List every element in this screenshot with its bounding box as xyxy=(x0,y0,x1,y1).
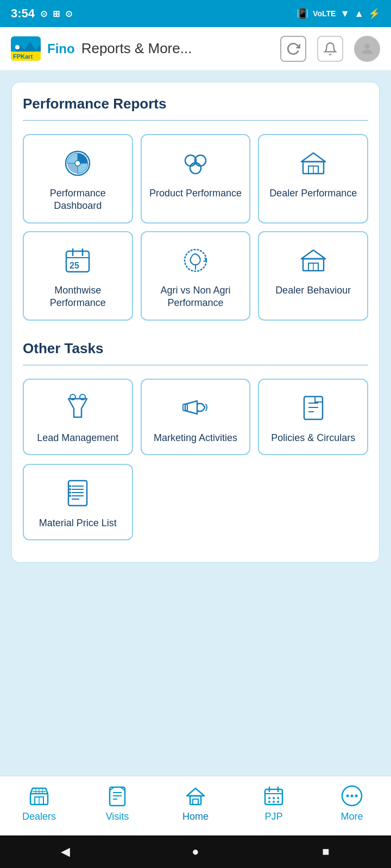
material-price-list-card[interactable]: Material Price List xyxy=(23,464,133,540)
battery-icon: ⚡ xyxy=(368,8,380,20)
app-logo: FPKart xyxy=(11,36,41,61)
more-label: More xyxy=(340,811,363,822)
nav-dealers[interactable]: Dealers xyxy=(7,784,72,822)
svg-point-6 xyxy=(75,161,80,166)
agri-non-agri-label: Agri vs Non Agri Performance xyxy=(147,284,244,310)
product-performance-icon xyxy=(179,147,212,180)
status-icon-3: ⊙ xyxy=(65,9,72,19)
nav-home[interactable]: Home xyxy=(163,784,228,822)
visits-label: Visits xyxy=(106,811,129,822)
marketing-activities-label: Marketing Activities xyxy=(154,432,237,444)
user-avatar[interactable] xyxy=(354,36,380,62)
visits-icon xyxy=(105,784,129,808)
policies-circulars-card[interactable]: Policies & Circulars xyxy=(258,379,368,455)
status-icons-right: 📳 VoLTE ▼ ▲ ⚡ xyxy=(297,8,380,20)
marketing-activities-card[interactable]: Marketing Activities xyxy=(141,379,251,455)
other-tasks-grid-row1: Lead Management Marketin xyxy=(23,379,368,455)
section-divider-1 xyxy=(23,120,368,121)
svg-rect-55 xyxy=(190,796,201,805)
nav-more[interactable]: More xyxy=(319,784,384,822)
more-icon xyxy=(340,784,364,808)
status-icon-1: ⊙ xyxy=(40,9,47,19)
home-button[interactable]: ● xyxy=(185,841,206,863)
wifi-icon: ▼ xyxy=(340,8,350,20)
svg-text:25: 25 xyxy=(70,261,79,270)
brand-label: Fino xyxy=(47,41,75,56)
lte-icon: VoLTE xyxy=(313,9,336,18)
svg-point-40 xyxy=(69,488,71,490)
svg-rect-56 xyxy=(193,799,198,805)
back-button[interactable]: ◀ xyxy=(54,841,76,863)
empty-cell-1 xyxy=(141,464,251,540)
svg-marker-22 xyxy=(301,250,325,259)
pjp-label: PJP xyxy=(264,811,282,822)
material-price-list-icon xyxy=(61,477,94,509)
status-icon-2: ⊞ xyxy=(53,9,60,19)
monthwise-performance-card[interactable]: 25 Monthwise Performance xyxy=(23,231,133,321)
brand-name: Fino xyxy=(47,41,75,56)
svg-point-66 xyxy=(277,801,279,803)
svg-point-41 xyxy=(69,492,71,494)
performance-dashboard-card[interactable]: Performance Dashboard xyxy=(23,134,133,224)
dealer-behaviour-label: Dealer Behaviour xyxy=(275,284,351,297)
svg-point-1 xyxy=(15,45,20,49)
svg-marker-54 xyxy=(187,788,204,796)
other-tasks-section: Other Tasks Lead M xyxy=(23,340,368,541)
policies-circulars-icon xyxy=(297,392,330,424)
agri-non-agri-card[interactable]: Agri vs Non Agri Performance xyxy=(141,231,251,321)
svg-point-61 xyxy=(268,797,270,799)
bottom-nav: Dealers Visits Home xyxy=(0,776,391,835)
dealer-performance-label: Dealer Performance xyxy=(269,187,357,200)
dealer-behaviour-card[interactable]: Dealer Behaviour xyxy=(258,231,368,321)
dealer-performance-card[interactable]: Dealer Performance xyxy=(258,134,368,224)
page-title: Reports & More... xyxy=(81,40,192,57)
svg-point-39 xyxy=(69,485,71,487)
home-icon xyxy=(184,784,207,808)
section-divider-2 xyxy=(23,365,368,366)
svg-point-69 xyxy=(351,795,354,797)
lead-management-card[interactable]: Lead Management xyxy=(23,379,133,455)
svg-point-63 xyxy=(277,797,279,799)
dealer-performance-icon xyxy=(297,147,330,180)
refresh-button[interactable] xyxy=(280,36,306,62)
status-time: 3:54 ⊙ ⊞ ⊙ xyxy=(11,7,72,21)
dealers-icon xyxy=(27,784,51,808)
svg-marker-25 xyxy=(68,399,87,417)
signal-icon: ▲ xyxy=(354,8,364,20)
bell-button[interactable] xyxy=(317,36,343,62)
home-label: Home xyxy=(182,811,209,822)
vibrate-icon: 📳 xyxy=(297,8,308,20)
svg-point-68 xyxy=(346,795,349,797)
performance-dashboard-icon xyxy=(61,147,94,180)
header: FPKart Fino Reports & More... xyxy=(0,27,391,71)
system-nav: ◀ ● ■ xyxy=(0,835,391,868)
reports-card: Performance Reports xyxy=(11,81,380,563)
product-performance-card[interactable]: Product Performance xyxy=(141,134,251,224)
svg-marker-11 xyxy=(301,153,325,162)
other-tasks-grid-row2: Material Price List xyxy=(23,464,368,540)
monthwise-performance-label: Monthwise Performance xyxy=(29,284,127,310)
performance-dashboard-label: Performance Dashboard xyxy=(29,187,127,213)
lead-management-icon xyxy=(61,392,94,424)
svg-point-4 xyxy=(364,43,369,48)
agri-non-agri-icon xyxy=(179,244,212,277)
recents-button[interactable]: ■ xyxy=(315,841,337,863)
marketing-activities-icon xyxy=(179,392,212,424)
nav-pjp[interactable]: PJP xyxy=(241,784,306,822)
header-actions[interactable] xyxy=(280,36,380,62)
lead-management-label: Lead Management xyxy=(37,432,118,444)
nav-visits[interactable]: Visits xyxy=(85,784,150,822)
pjp-icon xyxy=(262,784,286,808)
header-left: FPKart Fino Reports & More... xyxy=(11,36,192,61)
performance-reports-section: Performance Reports xyxy=(23,95,368,321)
svg-point-42 xyxy=(69,495,71,497)
material-price-list-label: Material Price List xyxy=(39,517,117,529)
svg-point-70 xyxy=(355,795,358,797)
other-tasks-title: Other Tasks xyxy=(23,340,368,357)
main-content: Performance Reports xyxy=(0,71,391,776)
svg-point-65 xyxy=(273,801,275,803)
dealers-label: Dealers xyxy=(22,811,56,822)
monthwise-performance-icon: 25 xyxy=(61,244,94,277)
policies-circulars-label: Policies & Circulars xyxy=(271,432,355,444)
svg-text:FPKart: FPKart xyxy=(13,53,33,60)
